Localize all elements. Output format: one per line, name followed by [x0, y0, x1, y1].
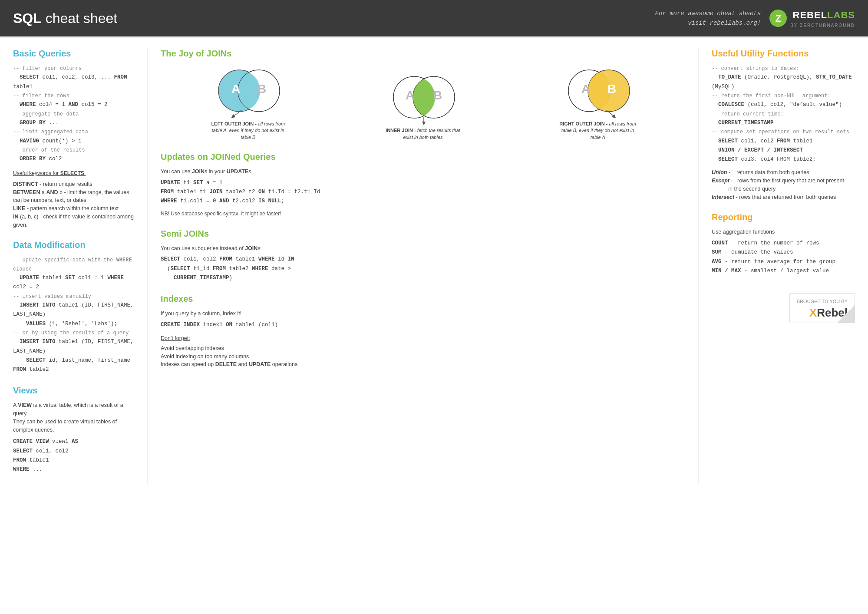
left-column: Basic Queries -- filter your columns SEL… [13, 47, 148, 484]
section-views: Views A VIEW is a virtual table, which i… [13, 384, 134, 474]
page-title: SQL cheat sheet [13, 8, 117, 29]
section-utility: Useful Utility Functions -- convert stri… [712, 47, 855, 201]
venn-row: A B LEFT OUTER JOIN - all rows from tabl… [161, 67, 685, 141]
rebel-logo: REBELLABS BY ZEROTURNAROUND [790, 8, 855, 29]
semi-joins-title: Semi JOINs [161, 227, 685, 240]
section-semi-joins: Semi JOINs You can use subqueries instea… [161, 227, 685, 283]
svg-text:B: B [607, 82, 616, 96]
data-mod-title: Data Modification [13, 238, 134, 251]
reporting-code: COUNT - return the number of rows SUM - … [712, 239, 855, 276]
indexes-code: CREATE INDEX index1 ON table1 (col1) [161, 320, 685, 330]
utility-title: Useful Utility Functions [712, 47, 855, 60]
updates-title: Updates on JOINed Queries [161, 150, 685, 163]
views-title: Views [13, 384, 134, 397]
main-content: Basic Queries -- filter your columns SEL… [0, 38, 868, 492]
keywords-label: Useful keywords for SELECTS: [13, 170, 86, 176]
brought-to-you: BROUGHT TO YOU BY [797, 298, 848, 305]
svg-text:A: A [406, 89, 414, 102]
venn-left-outer: A B LEFT OUTER JOIN - all rows from tabl… [205, 67, 291, 141]
left-outer-caption: LEFT OUTER JOIN - all rows from table A,… [209, 121, 287, 141]
joins-title: The Joy of JOINs [161, 47, 685, 60]
title-sql: SQL [13, 10, 42, 26]
mid-column: The Joy of JOINs A B [148, 47, 699, 484]
venn-inner-svg: A B [384, 73, 462, 125]
reporting-desc: Use aggregation functions [712, 228, 855, 236]
dont-forget-list: Avoid overlapping indexes Avoid indexing… [161, 344, 685, 369]
svg-text:A: A [581, 82, 590, 96]
section-reporting: Reporting Use aggregation functions COUN… [712, 211, 855, 276]
venn-right-outer-svg: A B [559, 67, 637, 119]
xrebel-badge: BROUGHT TO YOU BY XRebel [789, 293, 855, 323]
right-outer-caption: RIGHT OUTER JOIN - all rows from table B… [559, 121, 637, 141]
semi-joins-code: SELECT col1, col2 FROM table1 WHERE id I… [161, 255, 685, 283]
inner-caption: INNER JOIN - fetch the results that exis… [384, 127, 462, 141]
venn-inner: A B INNER JOIN - fetch the results that … [380, 73, 466, 141]
title-rest: cheat sheet [42, 10, 117, 26]
xrebel-logo: XRebel [797, 307, 848, 318]
reporting-title: Reporting [712, 211, 855, 224]
svg-text:B: B [257, 82, 266, 96]
venn-left-outer-svg: A B [209, 67, 287, 119]
footer-badge-area: BROUGHT TO YOU BY XRebel [712, 293, 855, 325]
updates-note: NB! Use database specific syntax, it mig… [161, 210, 685, 218]
header: SQL cheat sheet For more awesome cheat s… [0, 0, 868, 36]
utility-code: -- convert strings to dates: TO_DATE (Or… [712, 64, 855, 164]
venn-right-outer: A B RIGHT OUTER JOIN - all rows from tab… [554, 67, 641, 141]
data-mod-code: -- update specific data with the WHERE c… [13, 256, 134, 374]
indexes-desc: If you query by a column, index it! [161, 310, 685, 318]
header-right: For more awesome cheat sheets visit rebe… [655, 8, 855, 29]
keywords-list: DISTINCT - return unique results BETWEEN… [13, 180, 134, 229]
dont-forget-label: Don't forget: [161, 335, 190, 341]
logo-sub: BY ZEROTURNAROUND [790, 22, 855, 29]
svg-text:A: A [231, 82, 240, 96]
right-column: Useful Utility Functions -- convert stri… [699, 47, 855, 484]
section-basic-queries: Basic Queries -- filter your columns SEL… [13, 47, 134, 229]
views-code: CREATE VIEW view1 AS SELECT col1, col2 F… [13, 437, 134, 474]
section-indexes: Indexes If you query by a column, index … [161, 292, 685, 369]
set-ops: Union - returns data from both queries E… [712, 168, 855, 201]
indexes-title: Indexes [161, 292, 685, 305]
views-desc: A VIEW is a virtual table, which is a re… [13, 401, 134, 434]
rebel-icon: Z [769, 10, 787, 27]
section-data-modification: Data Modification -- update specific dat… [13, 238, 134, 374]
updates-code: UPDATE t1 SET a = 1 FROM table1 t1 JOIN … [161, 178, 685, 206]
section-joins: The Joy of JOINs A B [161, 47, 685, 141]
svg-text:B: B [433, 89, 442, 102]
section-joined-updates: Updates on JOINed Queries You can use JO… [161, 150, 685, 218]
tagline: For more awesome cheat sheets visit rebe… [655, 9, 761, 28]
basic-queries-code: -- filter your columns SELECT col1, col2… [13, 64, 134, 164]
basic-queries-title: Basic Queries [13, 47, 134, 60]
